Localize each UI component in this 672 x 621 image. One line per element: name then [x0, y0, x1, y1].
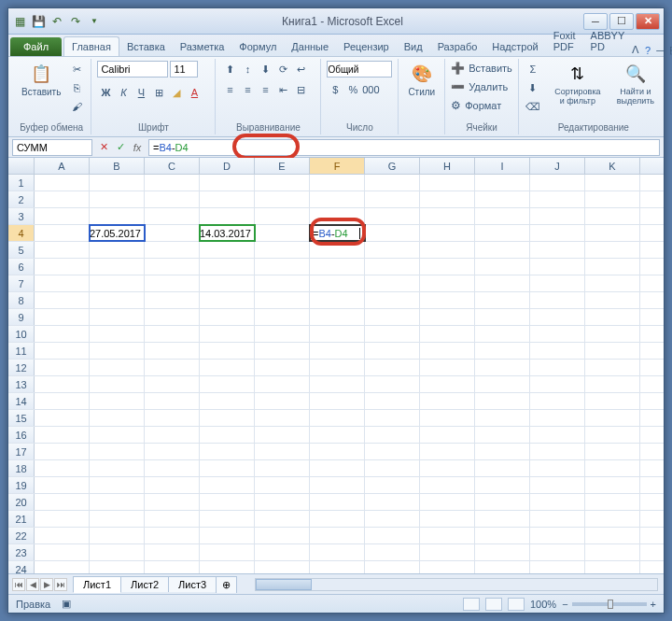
row-header[interactable]: 5 — [8, 242, 35, 258]
cell-B20[interactable] — [90, 494, 145, 510]
cell-H15[interactable] — [420, 410, 475, 426]
cell-B13[interactable] — [90, 376, 145, 392]
cell-H19[interactable] — [420, 477, 475, 493]
align-middle-icon[interactable]: ↕ — [239, 61, 256, 78]
row-header[interactable]: 15 — [8, 410, 35, 426]
cell-I24[interactable] — [475, 561, 530, 573]
cell-G13[interactable] — [365, 376, 420, 392]
cell-B3[interactable] — [90, 208, 145, 224]
cell-B9[interactable] — [90, 309, 145, 325]
cell-I19[interactable] — [475, 477, 530, 493]
save-icon[interactable]: 💾 — [31, 14, 46, 29]
row-header[interactable]: 4 — [8, 225, 35, 241]
row-header[interactable]: 6 — [8, 259, 35, 275]
cell-B21[interactable] — [90, 511, 145, 527]
cell-K6[interactable] — [585, 259, 640, 275]
cell-E1[interactable] — [255, 175, 310, 191]
macro-record-icon[interactable]: ▣ — [62, 598, 71, 610]
cell-J16[interactable] — [530, 427, 585, 443]
currency-icon[interactable]: $ — [327, 81, 343, 98]
cell-I15[interactable] — [475, 410, 530, 426]
cell-I21[interactable] — [475, 511, 530, 527]
worksheet-grid[interactable]: A B C D E F G H I J K 123427.05.201714.0… — [8, 158, 664, 573]
cell-A13[interactable] — [35, 376, 90, 392]
cell-C18[interactable] — [145, 460, 200, 476]
align-left-icon[interactable]: ≡ — [221, 81, 238, 98]
cell-H9[interactable] — [420, 309, 475, 325]
cell-E6[interactable] — [255, 259, 310, 275]
cell-H11[interactable] — [420, 343, 475, 359]
cell-K13[interactable] — [585, 376, 640, 392]
cell-J24[interactable] — [530, 561, 585, 573]
cell-K4[interactable] — [585, 225, 640, 241]
cell-E12[interactable] — [255, 360, 310, 375]
cell-A20[interactable] — [35, 494, 90, 510]
cell-C7[interactable] — [145, 275, 200, 291]
percent-icon[interactable]: % — [344, 81, 361, 98]
paste-button[interactable]: 📋 Вставить — [18, 61, 64, 99]
col-D[interactable]: D — [200, 158, 255, 174]
cell-F13[interactable] — [310, 376, 365, 392]
cell-K2[interactable] — [585, 191, 640, 207]
cell-A8[interactable] — [35, 292, 90, 308]
normal-view-icon[interactable] — [463, 598, 480, 611]
cell-F5[interactable] — [310, 242, 365, 258]
cell-D8[interactable] — [200, 292, 255, 308]
row-header[interactable]: 2 — [8, 191, 35, 207]
cell-A17[interactable] — [35, 444, 90, 459]
cell-H1[interactable] — [420, 175, 475, 191]
cell-F17[interactable] — [310, 444, 365, 459]
cell-B11[interactable] — [90, 343, 145, 359]
cell-C17[interactable] — [145, 444, 200, 459]
cell-B12[interactable] — [90, 360, 145, 375]
row-header[interactable]: 21 — [8, 511, 35, 527]
select-all-corner[interactable] — [8, 158, 35, 174]
cell-C4[interactable] — [145, 225, 200, 241]
cell-D14[interactable] — [200, 393, 255, 409]
cell-E7[interactable] — [255, 275, 310, 291]
cell-I14[interactable] — [475, 393, 530, 409]
cell-K8[interactable] — [585, 292, 640, 308]
row-header[interactable]: 11 — [8, 343, 35, 359]
cell-B1[interactable] — [90, 175, 145, 191]
cell-K1[interactable] — [585, 175, 640, 191]
cell-D24[interactable] — [200, 561, 255, 573]
file-tab[interactable]: Файл — [10, 37, 62, 56]
row-header[interactable]: 16 — [8, 427, 35, 443]
sheet-tab-3[interactable]: Лист3 — [168, 576, 217, 592]
cell-C20[interactable] — [145, 494, 200, 510]
ribbon-minimize-icon[interactable]: ᐱ — [632, 44, 639, 56]
row-header[interactable]: 7 — [8, 275, 35, 291]
cell-H7[interactable] — [420, 275, 475, 291]
cell-H6[interactable] — [420, 259, 475, 275]
cell-G4[interactable] — [365, 225, 420, 241]
cell-C10[interactable] — [145, 326, 200, 342]
row-header[interactable]: 9 — [8, 309, 35, 325]
cell-H14[interactable] — [420, 393, 475, 409]
cell-G17[interactable] — [365, 444, 420, 459]
cell-A12[interactable] — [35, 360, 90, 375]
cell-D19[interactable] — [200, 477, 255, 493]
cell-I20[interactable] — [475, 494, 530, 510]
clear-icon[interactable]: ⌫ — [525, 98, 541, 115]
col-A[interactable]: A — [35, 158, 90, 174]
cell-B23[interactable] — [90, 544, 145, 560]
row-header[interactable]: 19 — [8, 477, 35, 493]
tab-abbyy[interactable]: ABBYY PD — [583, 26, 633, 56]
col-K[interactable]: K — [585, 158, 640, 174]
cell-J13[interactable] — [530, 376, 585, 392]
cell-I13[interactable] — [475, 376, 530, 392]
cell-J4[interactable] — [530, 225, 585, 241]
cell-G23[interactable] — [365, 544, 420, 560]
cell-E17[interactable] — [255, 444, 310, 459]
cell-C21[interactable] — [145, 511, 200, 527]
cell-F3[interactable] — [310, 208, 365, 224]
cell-F10[interactable] — [310, 326, 365, 342]
cell-J19[interactable] — [530, 477, 585, 493]
cell-D9[interactable] — [200, 309, 255, 325]
cell-G10[interactable] — [365, 326, 420, 342]
cell-D23[interactable] — [200, 544, 255, 560]
col-I[interactable]: I — [475, 158, 530, 174]
horizontal-scrollbar[interactable] — [255, 578, 658, 591]
zoom-in-button[interactable]: + — [651, 599, 656, 610]
